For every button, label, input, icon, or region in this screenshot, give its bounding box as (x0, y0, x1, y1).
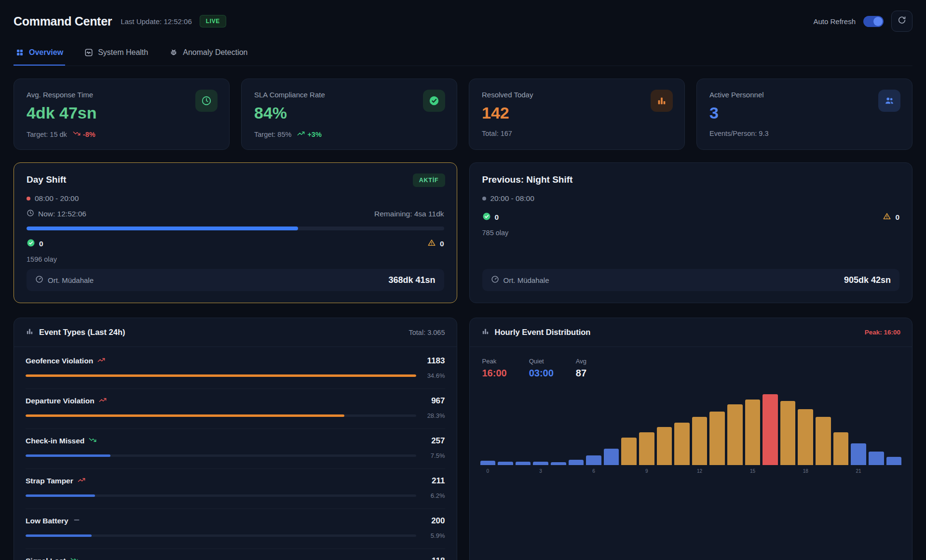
shift-time-range-line: 20:00 - 08:00 (482, 194, 900, 203)
hour-bar-14[interactable] (727, 404, 743, 465)
hourly-distribution-panel: Hourly Event Distribution Peak: 16:00 Pe… (469, 318, 913, 560)
kpi-label: Resolved Today (482, 91, 672, 99)
hour-bar-18[interactable] (798, 409, 813, 465)
event-types-panel: Event Types (Last 24h) Total: 3.065 Geof… (14, 318, 457, 560)
bar-chart-icon (481, 327, 490, 337)
shift-row: Day Shift AKTİF 08:00 - 20:00 Now: 12:52… (14, 162, 912, 303)
event-name-text: Low Battery (26, 517, 68, 525)
bottom-panels: Event Types (Last 24h) Total: 3.065 Geof… (14, 318, 912, 560)
avg-value: 368dk 41sn (388, 275, 435, 285)
live-badge: LIVE (200, 15, 226, 27)
kpi-value: 3 (709, 104, 899, 122)
stat-value: 03:00 (529, 368, 554, 379)
hour-bar-16[interactable] (763, 394, 778, 465)
kpi-sub-label: Total: 167 (482, 130, 512, 137)
tabs: OverviewSystem HealthAnomaly Detection (14, 46, 912, 66)
hour-bar-23[interactable] (886, 457, 902, 465)
event-name: Low Battery (26, 516, 81, 526)
x-tick-label (498, 468, 513, 474)
hour-bar-4[interactable] (551, 462, 566, 465)
remaining-label: Remaining: 4sa 11dk (374, 210, 444, 218)
event-percent: 7.5% (423, 452, 445, 459)
hour-bar-20[interactable] (833, 432, 849, 465)
trend-up-icon (297, 130, 305, 139)
avg-response-panel: Ort. Müdahale 905dk 42sn (482, 269, 900, 291)
hour-bar-5[interactable] (569, 460, 584, 465)
hour-bar-21[interactable] (851, 443, 866, 465)
tab-anomaly-detection[interactable]: Anomaly Detection (167, 46, 249, 66)
hour-bar-9[interactable] (639, 432, 654, 465)
tab-system-health[interactable]: System Health (82, 46, 150, 66)
event-row-low-battery: Low Battery2005.9% (26, 509, 445, 549)
hour-bar-8[interactable] (621, 438, 637, 465)
refresh-button[interactable] (891, 11, 912, 32)
warn-count-item: 0 (427, 239, 444, 249)
hour-bar-2[interactable] (516, 462, 531, 465)
event-value: 211 (432, 476, 445, 486)
x-tick-label (780, 468, 796, 474)
hour-bar-15[interactable] (745, 400, 761, 465)
kpi-card-sla-compliance-rate: SLA Compliance Rate84%Target: 85%+3% (241, 79, 457, 150)
event-types-list: Geofence Violation118334.6%Departure Vio… (14, 347, 457, 560)
stat-value: 87 (576, 368, 586, 379)
x-tick-label (569, 468, 584, 474)
kpi-value: 142 (482, 104, 672, 122)
event-barline: 5.9% (26, 532, 445, 539)
x-tick-label (657, 468, 672, 474)
hour-bar-6[interactable] (586, 455, 601, 465)
check-badge-icon (27, 239, 35, 249)
now-left: Now: 12:52:06 (27, 209, 86, 219)
hour-bar-11[interactable] (674, 423, 690, 465)
hour-bar-1[interactable] (498, 462, 513, 465)
count-line: 0 0 (482, 212, 900, 223)
hour-bar-3[interactable] (533, 462, 548, 465)
hour-bar-22[interactable] (869, 452, 884, 465)
hourly-title: Hourly Event Distribution (481, 327, 591, 337)
hourly-title-text: Hourly Event Distribution (495, 328, 591, 337)
tab-overview[interactable]: Overview (14, 46, 65, 66)
hourly-stats-row: Peak16:00Quiet03:00Avg87 (480, 358, 902, 379)
hour-bar-10[interactable] (657, 427, 672, 465)
event-percent: 5.9% (423, 532, 445, 539)
avg-left: Ort. Müdahale (35, 275, 94, 285)
event-row-top: Departure Violation967 (26, 396, 445, 406)
event-types-title-text: Event Types (Last 24h) (39, 328, 125, 337)
kpi-trend: +3% (297, 130, 321, 139)
hour-bar-12[interactable] (692, 417, 708, 465)
x-tick-label: 3 (533, 468, 548, 474)
event-name: Geofence Violation (26, 356, 105, 366)
day-shift-card[interactable]: Day Shift AKTİF 08:00 - 20:00 Now: 12:52… (14, 162, 457, 303)
tab-label: Anomaly Detection (183, 48, 247, 57)
ok-count: 0 (495, 213, 499, 222)
event-bar-fill (26, 454, 110, 457)
event-value: 200 (431, 516, 445, 526)
kpi-value: 4dk 47sn (27, 104, 217, 122)
shift-progress-track (27, 227, 444, 230)
x-tick-label (727, 468, 743, 474)
kpi-label: Avg. Response Time (27, 91, 217, 99)
kpi-label: SLA Compliance Rate (254, 91, 444, 99)
night-shift-card[interactable]: Previous: Night Shift 20:00 - 08:00 0 0 (469, 162, 913, 303)
x-tick-label: 12 (692, 468, 708, 474)
command-center-page: Command Center Last Update: 12:52:06 LIV… (0, 0, 926, 560)
x-tick-label: 15 (745, 468, 761, 474)
hourly-header: Hourly Event Distribution Peak: 16:00 (470, 318, 912, 347)
kpi-trend-text: +3% (307, 131, 321, 138)
stat-label: Avg (576, 358, 586, 365)
shift-title: Previous: Night Shift (482, 174, 900, 185)
hour-bar-0[interactable] (480, 461, 496, 465)
event-types-header: Event Types (Last 24h) Total: 3.065 (14, 318, 457, 347)
hourly-peak-label: Peak: 16:00 (865, 329, 900, 336)
event-bar-track (26, 534, 416, 537)
x-tick-label (551, 468, 566, 474)
ok-count-item: 0 (482, 212, 499, 223)
trend-down-icon (70, 556, 78, 560)
event-name-text: Strap Tamper (26, 477, 73, 485)
hour-bar-19[interactable] (816, 417, 831, 465)
trend-down-icon (89, 436, 96, 446)
hour-bar-17[interactable] (780, 401, 796, 465)
gray-dot-icon (482, 197, 486, 200)
hour-bar-7[interactable] (604, 449, 619, 465)
auto-refresh-toggle[interactable] (863, 16, 884, 27)
hour-bar-13[interactable] (709, 412, 725, 465)
